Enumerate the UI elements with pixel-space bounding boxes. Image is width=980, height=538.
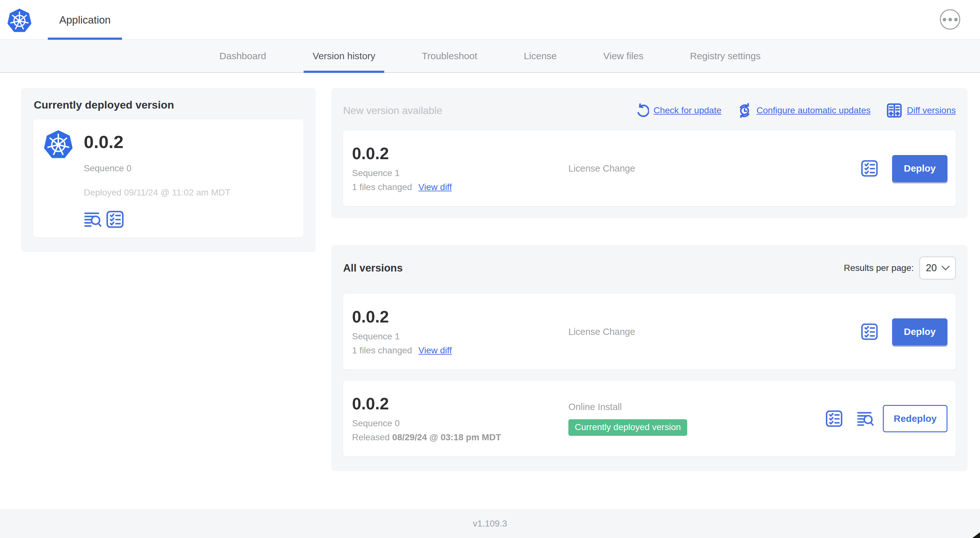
chevron-down-icon — [941, 265, 950, 271]
files-changed-label: 1 files changed — [352, 182, 412, 192]
refresh-icon — [635, 103, 649, 117]
tab-troubleshoot[interactable]: Troubleshoot — [413, 40, 486, 72]
new-version-panel: New version available Check for update C… — [331, 88, 967, 218]
preflight-checks-button[interactable] — [106, 210, 124, 228]
redeploy-button[interactable]: Redeploy — [883, 405, 948, 432]
deployed-sequence: Sequence 0 — [84, 163, 230, 173]
currently-deployed-panel: Currently deployed version 0.0.2 Sequenc… — [21, 88, 316, 252]
check-for-update-link[interactable]: Check for update — [635, 103, 721, 117]
version-number: 0.0.2 — [352, 308, 568, 326]
files-changed-label: 1 files changed — [352, 345, 412, 355]
page-nav: Dashboard Version history Troubleshoot L… — [0, 40, 980, 73]
logs-icon — [857, 410, 874, 427]
tab-view-files[interactable]: View files — [595, 40, 652, 72]
view-diff-link[interactable]: View diff — [418, 182, 452, 192]
preflight-checks-button[interactable] — [861, 323, 878, 340]
app-title: Application — [59, 14, 111, 26]
deployed-version-card: 0.0.2 Sequence 0 Deployed 09/11/24 @ 11:… — [33, 119, 304, 238]
view-diff-link[interactable]: View diff — [418, 345, 452, 355]
version-source: License Change — [568, 327, 861, 337]
new-version-title: New version available — [343, 105, 442, 116]
deployed-version-number: 0.0.2 — [84, 132, 230, 152]
tab-license[interactable]: License — [515, 40, 565, 72]
view-deploy-logs-button[interactable] — [857, 410, 874, 427]
currently-deployed-title: Currently deployed version — [34, 99, 304, 111]
all-versions-title: All versions — [343, 262, 403, 274]
ellipsis-icon — [943, 18, 958, 21]
view-deploy-logs-button[interactable] — [84, 210, 102, 228]
version-row: 0.0.2 Sequence 1 1 files changed View di… — [343, 294, 956, 370]
configure-automatic-updates-link[interactable]: Configure automatic updates — [737, 103, 870, 118]
checklist-icon — [106, 210, 124, 228]
diff-versions-link[interactable]: Diff versions — [886, 103, 956, 118]
version-sequence: Sequence 1 — [352, 168, 568, 178]
version-number: 0.0.2 — [352, 144, 568, 163]
app-header: Application — [0, 0, 980, 40]
currently-deployed-badge: Currently deployed version — [568, 419, 687, 436]
version-sequence: Sequence 1 — [352, 332, 568, 341]
version-number: 0.0.2 — [352, 395, 568, 413]
deploy-button[interactable]: Deploy — [892, 318, 948, 345]
version-row: 0.0.2 Sequence 0 Released 08/29/24 @ 03:… — [343, 381, 956, 457]
right-column: New version available Check for update C… — [331, 88, 967, 471]
deploy-button[interactable]: Deploy — [892, 155, 948, 182]
results-per-page-select[interactable]: 20 — [920, 257, 956, 279]
diff-icon — [886, 103, 902, 118]
version-source: Online Install — [568, 402, 826, 412]
deployed-timestamp: Deployed 09/11/24 @ 11:02 am MDT — [84, 187, 230, 198]
all-versions-panel: All versions Results per page: 20 0.0.2 … — [331, 245, 967, 471]
main-content: Currently deployed version 0.0.2 Sequenc… — [0, 73, 980, 509]
tab-dashboard[interactable]: Dashboard — [211, 40, 275, 72]
checklist-icon — [861, 160, 878, 177]
more-menu-button[interactable] — [940, 9, 960, 30]
kubernetes-logo-icon — [6, 7, 32, 34]
logs-icon — [84, 210, 102, 228]
checklist-icon — [861, 323, 878, 340]
tab-version-history[interactable]: Version history — [304, 40, 384, 72]
preflight-checks-button[interactable] — [861, 160, 878, 177]
new-version-card: 0.0.2 Sequence 1 1 files changed View di… — [343, 130, 956, 206]
version-sequence: Sequence 0 — [352, 418, 568, 428]
checklist-icon — [826, 410, 843, 427]
schedule-icon — [737, 103, 752, 118]
preflight-checks-button[interactable] — [826, 410, 843, 427]
app-footer: v1.109.3 — [0, 509, 980, 538]
tab-registry-settings[interactable]: Registry settings — [681, 40, 770, 72]
results-per-page-label: Results per page: — [844, 263, 914, 273]
kubernetes-logo-icon — [43, 128, 74, 230]
released-timestamp: Released 08/29/24 @ 03:18 pm MDT — [352, 432, 568, 443]
admin-console-version: v1.109.3 — [473, 519, 507, 529]
app-tab-application[interactable]: Application — [48, 0, 122, 40]
version-source: License Change — [568, 163, 861, 174]
